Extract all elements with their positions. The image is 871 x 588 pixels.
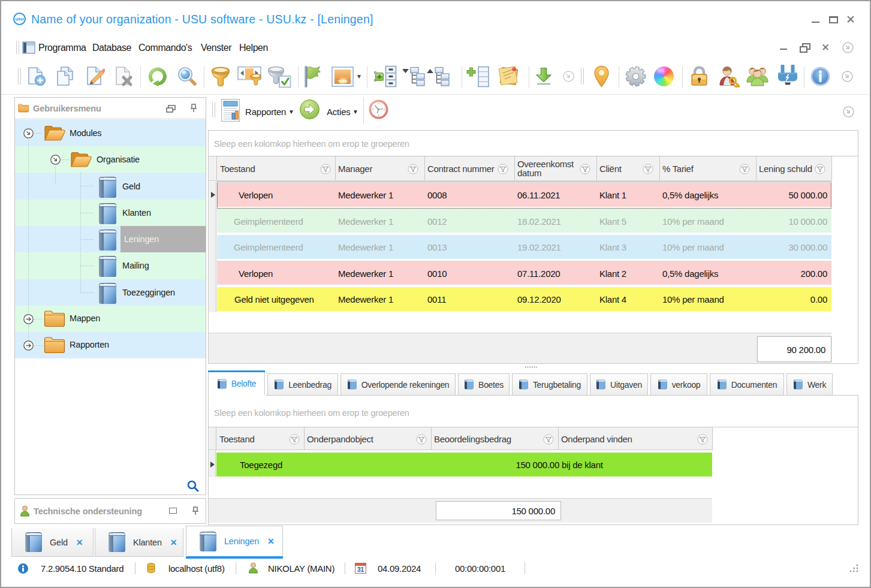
svg-text:31: 31 xyxy=(357,566,364,573)
